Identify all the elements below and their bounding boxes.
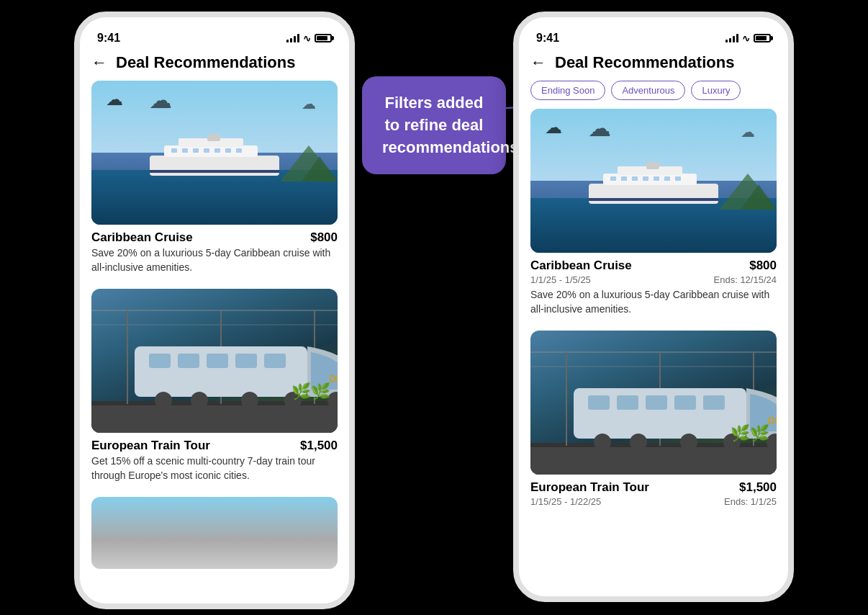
left-cruise-desc: Save 20% on a luxurious 5-day Caribbean …	[91, 246, 338, 274]
svg-rect-33	[603, 174, 697, 185]
svg-rect-22	[207, 354, 228, 368]
right-cruise-price: $800	[749, 259, 777, 273]
filter-luxury[interactable]: Luxury	[691, 81, 741, 100]
svg-rect-43	[589, 198, 718, 201]
filter-row: Ending Soon Adventurous Luxury	[519, 81, 788, 109]
scene: 9:41 ∿ ← Deal Recommendations	[0, 0, 868, 615]
svg-rect-36	[610, 176, 616, 181]
svg-rect-23	[235, 354, 257, 368]
right-deal-train: DB 🌿🌿 European Train Tour $1,500	[519, 331, 788, 524]
svg-rect-6	[193, 148, 199, 153]
svg-rect-31	[91, 405, 338, 433]
left-battery-icon	[315, 34, 332, 42]
right-cruise-desc: Save 20% on a luxurious 5-day Caribbean …	[530, 288, 777, 316]
left-cruise-image: ☁ ☁ ☁	[91, 81, 338, 225]
svg-rect-24	[264, 354, 286, 368]
right-status-bar: 9:41 ∿	[519, 22, 788, 48]
svg-rect-11	[150, 170, 279, 173]
left-status-icons: ∿	[286, 33, 332, 44]
svg-rect-1	[164, 145, 258, 157]
svg-rect-63	[530, 447, 777, 475]
svg-rect-52	[588, 395, 610, 410]
right-phone: 9:41 ∿ ← Deal Recommendations Ending	[513, 12, 794, 602]
right-train-name: European Train Tour	[530, 480, 649, 495]
right-cruise-meta: Caribbean Cruise $800	[530, 259, 777, 273]
right-status-icons: ∿	[725, 33, 771, 44]
svg-rect-9	[225, 148, 231, 153]
filter-adventurous[interactable]: Adventurous	[611, 81, 685, 100]
left-page-title: Deal Recommendations	[116, 53, 295, 72]
right-scroll-area: ☁ ☁ ☁ Caribbean Cruise $800 1/1/25 - 1/5…	[519, 109, 788, 539]
right-back-button[interactable]: ←	[530, 53, 546, 72]
middle-area: Filters added to refine deal recommendat…	[355, 12, 513, 174]
left-scroll-area: ☁ ☁ ☁ Caribbean Cruise $800 Save 20% on …	[80, 81, 349, 603]
svg-rect-56	[703, 395, 725, 410]
left-phone: 9:41 ∿ ← Deal Recommendations	[74, 12, 355, 609]
right-train-dates-row: 1/15/25 - 1/22/25 Ends: 1/1/25	[530, 496, 777, 507]
right-page-title: Deal Recommendations	[555, 53, 734, 72]
left-status-bar: 9:41 ∿	[80, 22, 349, 48]
svg-rect-53	[617, 395, 638, 410]
right-train-dates: 1/15/25 - 1/22/25	[530, 496, 601, 507]
left-train-name: European Train Tour	[91, 439, 210, 453]
left-deal-train: DB 🌿🌿	[80, 289, 349, 497]
right-cruise-dates-row: 1/1/25 - 1/5/25 Ends: 12/15/24	[530, 274, 777, 285]
right-status-time: 9:41	[536, 32, 559, 45]
svg-rect-55	[674, 395, 696, 410]
right-train-svg: DB	[530, 331, 777, 475]
left-cruise-price: $800	[310, 230, 338, 245]
svg-rect-37	[621, 176, 627, 181]
right-cruise-ends: Ends: 12/15/24	[714, 274, 777, 285]
svg-rect-40	[654, 176, 659, 181]
svg-rect-38	[632, 176, 638, 181]
train-svg: DB	[91, 289, 338, 433]
svg-rect-5	[182, 148, 188, 153]
right-page-header: ← Deal Recommendations	[519, 48, 788, 81]
right-cruise-image: ☁ ☁ ☁	[530, 109, 777, 253]
right-cruise-ship-svg	[574, 162, 733, 212]
left-signal-icon	[286, 34, 299, 42]
filter-ending-soon[interactable]: Ending Soon	[530, 81, 605, 100]
left-train-price: $1,500	[300, 439, 338, 453]
left-back-button[interactable]: ←	[91, 53, 107, 72]
svg-rect-35	[646, 162, 659, 169]
left-train-image: DB 🌿🌿	[91, 289, 338, 433]
svg-rect-42	[675, 176, 681, 181]
left-page-header: ← Deal Recommendations	[80, 48, 349, 81]
left-status-time: 9:41	[97, 32, 120, 45]
left-wifi-icon: ∿	[303, 33, 311, 44]
left-deal-cruise: ☁ ☁ ☁ Caribbean Cruise $800 Save 20% on …	[80, 81, 349, 289]
right-train-price: $1,500	[739, 480, 777, 495]
left-cruise-meta: Caribbean Cruise $800	[91, 230, 338, 245]
svg-rect-4	[171, 148, 177, 153]
svg-rect-10	[236, 148, 242, 153]
svg-rect-21	[178, 354, 199, 368]
tooltip-box: Filters added to refine deal recommendat…	[362, 76, 506, 174]
right-cruise-dates: 1/1/25 - 1/5/25	[530, 274, 591, 285]
right-wifi-icon: ∿	[742, 33, 750, 44]
right-cruise-name: Caribbean Cruise	[530, 259, 632, 273]
left-partial-card	[80, 497, 349, 589]
svg-rect-3	[207, 134, 220, 141]
right-train-ends: Ends: 1/1/25	[724, 496, 777, 507]
svg-rect-20	[149, 354, 171, 368]
svg-rect-39	[643, 176, 648, 181]
right-battery-icon	[754, 34, 771, 42]
right-train-meta: European Train Tour $1,500	[530, 480, 777, 495]
cruise-ship-svg	[135, 134, 294, 184]
svg-rect-8	[214, 148, 220, 153]
right-signal-icon	[725, 34, 738, 42]
tooltip-text: Filters added to refine deal recommendat…	[382, 94, 519, 156]
left-cruise-name: Caribbean Cruise	[91, 230, 193, 245]
svg-rect-7	[204, 148, 209, 153]
right-train-image: DB 🌿🌿	[530, 331, 777, 475]
svg-rect-41	[664, 176, 670, 181]
left-train-meta: European Train Tour $1,500	[91, 439, 338, 453]
left-train-desc: Get 15% off a scenic multi-country 7-day…	[91, 454, 338, 482]
left-partial-image	[91, 497, 338, 569]
svg-rect-54	[646, 395, 667, 410]
right-deal-cruise: ☁ ☁ ☁ Caribbean Cruise $800 1/1/25 - 1/5…	[519, 109, 788, 331]
